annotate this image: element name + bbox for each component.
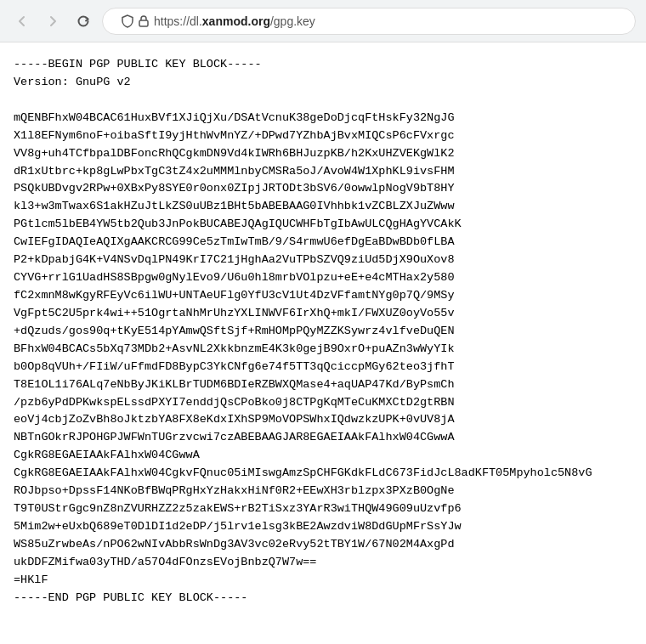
reload-button[interactable] <box>71 9 95 33</box>
address-bar[interactable]: https://dl.xanmod.org/gpg.key <box>102 8 636 35</box>
back-button[interactable] <box>10 9 34 33</box>
lock-icon <box>139 15 149 27</box>
browser-chrome: https://dl.xanmod.org/gpg.key <box>0 0 646 42</box>
url-subdomain: https://dl. <box>154 14 202 28</box>
shield-icon <box>122 14 133 28</box>
url-path: /gpg.key <box>270 14 315 28</box>
url-domain: xanmod.org <box>202 14 270 28</box>
url-text: https://dl.xanmod.org/gpg.key <box>154 14 623 28</box>
forward-button[interactable] <box>41 9 65 33</box>
pgp-key-content: -----BEGIN PGP PUBLIC KEY BLOCK----- Ver… <box>0 42 646 644</box>
svg-rect-0 <box>139 20 148 26</box>
